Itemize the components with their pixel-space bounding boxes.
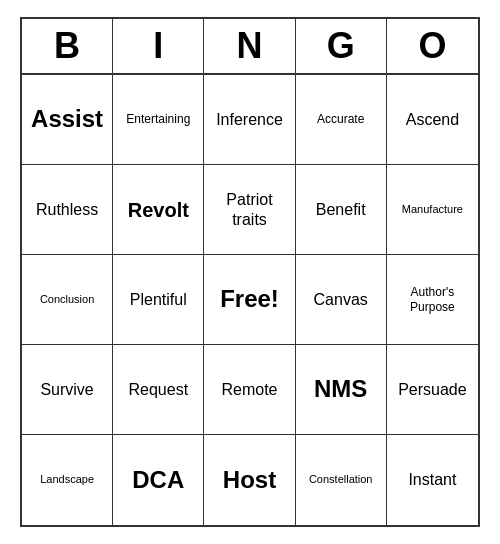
bingo-cell: Survive (22, 345, 113, 435)
cell-text: NMS (314, 375, 367, 404)
header-letter: G (296, 19, 387, 73)
bingo-cell: Instant (387, 435, 478, 525)
bingo-cell: Entertaining (113, 75, 204, 165)
cell-text: Request (128, 380, 188, 399)
bingo-header: BINGO (22, 19, 478, 75)
cell-text: Benefit (316, 200, 366, 219)
cell-text: Accurate (317, 112, 364, 126)
cell-text: Plentiful (130, 290, 187, 309)
bingo-cell: Remote (204, 345, 295, 435)
bingo-cell: Constellation (296, 435, 387, 525)
bingo-cell: Free! (204, 255, 295, 345)
cell-text: Conclusion (40, 293, 94, 306)
cell-text: Host (223, 466, 276, 495)
cell-text: Free! (220, 285, 279, 314)
bingo-cell: Accurate (296, 75, 387, 165)
cell-text: DCA (132, 466, 184, 495)
bingo-cell: Ruthless (22, 165, 113, 255)
bingo-cell: Inference (204, 75, 295, 165)
bingo-cell: Patriot traits (204, 165, 295, 255)
header-letter: O (387, 19, 478, 73)
bingo-cell: Conclusion (22, 255, 113, 345)
cell-text: Revolt (128, 198, 189, 222)
bingo-cell: Revolt (113, 165, 204, 255)
header-letter: B (22, 19, 113, 73)
bingo-card: BINGO AssistEntertainingInferenceAccurat… (20, 17, 480, 527)
cell-text: Inference (216, 110, 283, 129)
bingo-cell: Landscape (22, 435, 113, 525)
bingo-cell: Plentiful (113, 255, 204, 345)
bingo-cell: Benefit (296, 165, 387, 255)
bingo-cell: Host (204, 435, 295, 525)
cell-text: Entertaining (126, 112, 190, 126)
cell-text: Persuade (398, 380, 467, 399)
bingo-cell: NMS (296, 345, 387, 435)
cell-text: Assist (31, 105, 103, 134)
cell-text: Instant (408, 470, 456, 489)
bingo-cell: Canvas (296, 255, 387, 345)
cell-text: Patriot traits (208, 190, 290, 228)
bingo-cell: Persuade (387, 345, 478, 435)
cell-text: Remote (221, 380, 277, 399)
bingo-cell: Author's Purpose (387, 255, 478, 345)
cell-text: Canvas (314, 290, 368, 309)
cell-text: Ascend (406, 110, 459, 129)
cell-text: Ruthless (36, 200, 98, 219)
bingo-cell: Ascend (387, 75, 478, 165)
bingo-cell: DCA (113, 435, 204, 525)
cell-text: Author's Purpose (391, 285, 474, 314)
cell-text: Landscape (40, 473, 94, 486)
bingo-cell: Request (113, 345, 204, 435)
header-letter: I (113, 19, 204, 73)
header-letter: N (204, 19, 295, 73)
cell-text: Manufacture (402, 203, 463, 216)
cell-text: Survive (40, 380, 93, 399)
bingo-cell: Manufacture (387, 165, 478, 255)
bingo-grid: AssistEntertainingInferenceAccurateAscen… (22, 75, 478, 525)
cell-text: Constellation (309, 473, 373, 486)
bingo-cell: Assist (22, 75, 113, 165)
